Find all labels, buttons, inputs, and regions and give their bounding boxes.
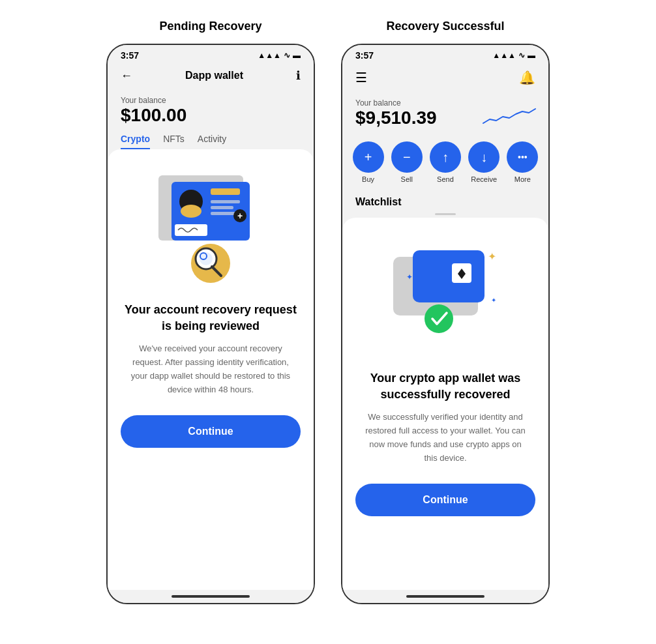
pending-phone: 3:57 ▲▲▲ ∿ ▬ ← Dapp wallet ℹ Your balanc… xyxy=(106,44,315,604)
signal-icon: ▲▲▲ xyxy=(492,51,516,60)
pending-main-card: + Your account recovery request is being… xyxy=(108,149,314,590)
svg-rect-5 xyxy=(211,200,240,203)
pending-home-bar xyxy=(171,595,250,598)
success-balance-row: Your balance $9,510.39 xyxy=(342,92,548,134)
info-button[interactable]: ℹ xyxy=(296,68,301,83)
success-status-bar: 3:57 ▲▲▲ ∿ ▬ xyxy=(342,45,548,63)
pending-balance-amount: $100.00 xyxy=(121,105,301,126)
nav-title: Dapp wallet xyxy=(185,70,243,81)
pending-status-bar: 3:57 ▲▲▲ ∿ ▬ xyxy=(108,45,314,63)
success-nav-bar: ☰ 🔔 xyxy=(342,63,548,92)
scroll-dot xyxy=(435,213,456,215)
tab-nfts[interactable]: NFTs xyxy=(163,134,185,149)
svg-rect-4 xyxy=(211,188,240,195)
screens-container: Pending Recovery 3:57 ▲▲▲ ∿ ▬ ← Dapp wal… xyxy=(106,20,550,604)
success-time: 3:57 xyxy=(355,50,374,61)
send-circle[interactable]: ↑ xyxy=(430,141,461,173)
wifi-icon: ∿ xyxy=(518,51,525,60)
balance-chart xyxy=(483,105,535,128)
hamburger-button[interactable]: ☰ xyxy=(355,70,367,85)
action-more[interactable]: ••• More xyxy=(507,141,538,183)
watchlist-header: Watchlist xyxy=(342,191,548,211)
pending-screen-wrapper: Pending Recovery 3:57 ▲▲▲ ∿ ▬ ← Dapp wal… xyxy=(106,20,315,604)
pending-continue-button[interactable]: Continue xyxy=(121,415,301,448)
svg-text:✦: ✦ xyxy=(491,297,496,304)
receive-label: Receive xyxy=(471,175,497,183)
bell-button[interactable]: 🔔 xyxy=(519,70,535,85)
pending-home-indicator xyxy=(108,590,314,603)
more-circle[interactable]: ••• xyxy=(507,141,538,173)
pending-balance-label: Your balance xyxy=(121,96,301,105)
success-continue-button[interactable]: Continue xyxy=(355,484,535,516)
svg-text:+: + xyxy=(237,211,243,221)
action-buttons: + Buy − Sell ↑ Send ↓ Receive ••• More xyxy=(342,134,548,191)
svg-rect-6 xyxy=(211,206,233,209)
success-card-desc: We successfully verified your identity a… xyxy=(355,411,535,465)
buy-circle[interactable]: + xyxy=(353,141,384,173)
svg-text:✦: ✦ xyxy=(488,251,496,262)
action-send[interactable]: ↑ Send xyxy=(430,141,461,183)
pending-card-title: Your account recovery request is being r… xyxy=(121,302,301,334)
success-illustration: ✦ ✦ ✦ xyxy=(380,237,511,355)
success-phone: 3:57 ▲▲▲ ∿ ▬ ☰ 🔔 Your balance $9,510.39 xyxy=(341,44,550,604)
more-label: More xyxy=(514,175,531,183)
signal-icon: ▲▲▲ xyxy=(258,51,281,60)
tab-activity[interactable]: Activity xyxy=(198,134,226,149)
pending-card-desc: We've received your account recovery req… xyxy=(121,342,301,396)
pending-nav-bar: ← Dapp wallet ℹ xyxy=(108,63,314,88)
back-button[interactable]: ← xyxy=(121,69,132,83)
success-title: Recovery Successful xyxy=(386,20,504,33)
action-buy[interactable]: + Buy xyxy=(353,141,384,183)
svg-text:✦: ✦ xyxy=(406,272,413,282)
wifi-icon: ∿ xyxy=(284,51,290,60)
buy-label: Buy xyxy=(362,175,374,183)
success-card-title: Your crypto app wallet was successfully … xyxy=(355,370,535,403)
success-balance-left: Your balance $9,510.39 xyxy=(355,98,437,128)
svg-point-3 xyxy=(181,205,201,218)
success-screen-wrapper: Recovery Successful 3:57 ▲▲▲ ∿ ▬ ☰ 🔔 You… xyxy=(341,20,550,604)
svg-rect-17 xyxy=(413,250,485,302)
pending-title: Pending Recovery xyxy=(159,20,261,33)
pending-time: 3:57 xyxy=(121,50,139,61)
success-balance-label: Your balance xyxy=(355,98,437,108)
action-sell[interactable]: − Sell xyxy=(391,141,423,183)
success-main-card: ✦ ✦ ✦ Your crypto app wallet was success… xyxy=(342,218,548,590)
success-home-indicator xyxy=(342,590,548,603)
success-balance-amount: $9,510.39 xyxy=(355,108,437,128)
svg-rect-7 xyxy=(211,212,237,215)
sell-circle[interactable]: − xyxy=(391,141,423,173)
battery-icon: ▬ xyxy=(293,51,301,60)
tab-crypto[interactable]: Crypto xyxy=(121,134,150,149)
success-home-bar xyxy=(406,595,485,598)
pending-illustration: + xyxy=(145,169,276,286)
pending-tabs: Crypto NFTs Activity xyxy=(108,131,314,149)
success-status-icons: ▲▲▲ ∿ ▬ xyxy=(492,51,535,60)
svg-point-23 xyxy=(425,304,453,333)
pending-balance-section: Your balance $100.00 xyxy=(108,88,314,131)
sell-label: Sell xyxy=(401,175,413,183)
scroll-indicator xyxy=(342,211,548,218)
action-receive[interactable]: ↓ Receive xyxy=(468,141,499,183)
pending-status-icons: ▲▲▲ ∿ ▬ xyxy=(258,51,301,60)
receive-circle[interactable]: ↓ xyxy=(468,141,499,173)
send-label: Send xyxy=(437,175,454,183)
battery-icon: ▬ xyxy=(528,51,535,60)
